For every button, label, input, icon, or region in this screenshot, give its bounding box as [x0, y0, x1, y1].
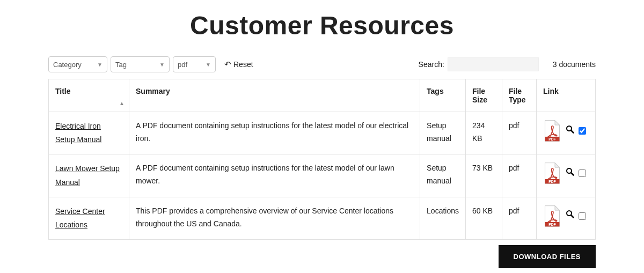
- sort-arrow-icon: ▲: [119, 100, 125, 106]
- tag-filter[interactable]: Tag ▼: [111, 56, 170, 72]
- document-tags: Locations: [420, 197, 466, 239]
- document-summary: A PDF document containing setup instruct…: [129, 154, 420, 197]
- column-header-title[interactable]: Title ▲: [49, 79, 129, 112]
- column-header-title-label: Title: [55, 87, 71, 95]
- table-row: Service Center LocationsThis PDF provide…: [49, 197, 596, 239]
- pdf-icon[interactable]: PDF: [543, 205, 561, 227]
- svg-text:PDF: PDF: [548, 222, 555, 226]
- preview-magnify-icon[interactable]: [566, 123, 574, 139]
- row-select-checkbox[interactable]: [579, 127, 586, 135]
- document-file-type: pdf: [502, 154, 537, 197]
- reset-button[interactable]: ↶ Reset: [224, 60, 253, 69]
- svg-text:PDF: PDF: [548, 180, 555, 183]
- category-filter[interactable]: Category ▼: [48, 56, 107, 72]
- preview-magnify-icon[interactable]: [566, 208, 574, 224]
- document-file-size: 60 KB: [466, 197, 502, 239]
- column-header-summary[interactable]: Summary: [129, 79, 420, 112]
- document-title-link[interactable]: Lawn Mower Setup Manual: [55, 164, 120, 186]
- document-count: 3 documents: [553, 60, 596, 69]
- column-header-file-type[interactable]: File Type: [502, 79, 537, 112]
- column-header-link[interactable]: Link: [537, 79, 596, 112]
- search-input[interactable]: [448, 57, 539, 71]
- table-row: Lawn Mower Setup ManualA PDF document co…: [49, 154, 596, 197]
- reset-label: Reset: [233, 60, 253, 69]
- document-tags: Setup manual: [420, 154, 466, 197]
- document-file-size: 234 KB: [466, 112, 502, 154]
- filter-toolbar: Category ▼ Tag ▼ pdf ▼ ↶ Reset Search: 3…: [48, 56, 596, 72]
- table-row: Electrical Iron Setup ManualA PDF docume…: [49, 112, 596, 154]
- documents-table: Title ▲ Summary Tags File Size File Type…: [48, 79, 596, 240]
- filetype-filter[interactable]: pdf ▼: [173, 56, 216, 72]
- caret-down-icon: ▼: [97, 62, 103, 68]
- document-summary: A PDF document containing setup instruct…: [129, 112, 420, 154]
- document-title-link[interactable]: Electrical Iron Setup Manual: [55, 122, 101, 144]
- category-filter-label: Category: [53, 61, 82, 69]
- svg-text:PDF: PDF: [548, 137, 555, 141]
- svg-line-11: [571, 215, 574, 218]
- search-label: Search:: [419, 60, 444, 69]
- page-title: Customer Resources: [48, 11, 596, 40]
- row-select-checkbox[interactable]: [579, 169, 586, 177]
- search-area: Search:: [419, 57, 539, 71]
- caret-down-icon: ▼: [159, 62, 165, 68]
- document-title-link[interactable]: Service Center Locations: [55, 207, 105, 229]
- svg-line-3: [571, 130, 574, 133]
- tag-filter-label: Tag: [115, 61, 127, 69]
- column-header-tags[interactable]: Tags: [420, 79, 466, 112]
- row-select-checkbox[interactable]: [579, 212, 586, 220]
- document-file-size: 73 KB: [466, 154, 502, 197]
- document-file-type: pdf: [502, 197, 537, 239]
- document-file-type: pdf: [502, 112, 537, 154]
- column-header-file-size[interactable]: File Size: [466, 79, 502, 112]
- preview-magnify-icon[interactable]: [566, 166, 574, 181]
- svg-line-7: [571, 173, 574, 175]
- document-tags: Setup manual: [420, 112, 466, 154]
- download-files-button[interactable]: DOWNLOAD FILES: [499, 245, 596, 268]
- pdf-icon[interactable]: PDF: [543, 162, 561, 185]
- document-summary: This PDF provides a comprehensive overvi…: [129, 197, 420, 239]
- caret-down-icon: ▼: [206, 62, 211, 68]
- undo-icon: ↶: [224, 60, 231, 69]
- filetype-filter-value: pdf: [178, 61, 187, 69]
- pdf-icon[interactable]: PDF: [543, 120, 561, 142]
